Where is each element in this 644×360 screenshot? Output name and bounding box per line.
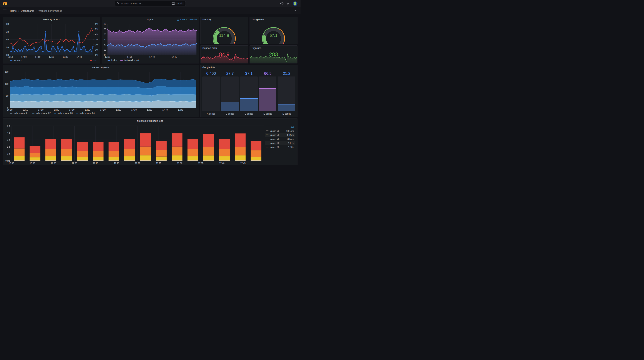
legend-avg-header[interactable]: avg (265, 125, 295, 129)
bar-gauge-label: C-series (240, 111, 258, 116)
svg-text:50: 50 (6, 95, 8, 97)
logins-chart[interactable]: 1020304050607017:3017:3517:4017:45 (102, 22, 199, 58)
panel-title[interactable]: client side full page load (3, 118, 297, 124)
panel-memory-cpu: Memory / CPU 0 B2 B4 B6 B8 B0%1%2%3%4%5%… (3, 17, 100, 64)
collapse-chevron-up-icon[interactable] (294, 9, 297, 12)
bar-gauge-value: 0.400 (202, 71, 220, 76)
svg-text:1 s: 1 s (7, 152, 10, 155)
bar-gauge-column[interactable]: 21.2E-series (278, 71, 295, 116)
server-requests-chart[interactable]: 05010015016:5016:5517:0017:0517:1017:151… (3, 70, 199, 111)
panel-title[interactable]: Memory / CPU (3, 17, 100, 22)
legend-item[interactable]: web_server_04 (76, 112, 95, 114)
legend-avg-value: 535 ms (287, 138, 294, 140)
legend-item[interactable]: logins (108, 59, 117, 61)
svg-text:17:00: 17:00 (21, 56, 27, 58)
google-hits-gauge (250, 22, 297, 44)
bar-gauge-column[interactable]: 66.5D-series (259, 71, 276, 116)
svg-text:30: 30 (104, 44, 106, 46)
top-navigation-bar: cmd+k ? (0, 0, 300, 7)
svg-text:2 B: 2 B (6, 46, 9, 48)
legend-item[interactable]: web_server_03 (54, 112, 73, 114)
search-input[interactable] (121, 2, 170, 5)
svg-text:4%: 4% (95, 33, 98, 36)
legend-item[interactable]: web_server_02 (32, 112, 51, 114)
svg-text:60: 60 (104, 28, 106, 30)
svg-text:50: 50 (104, 33, 106, 36)
legend-series-name: upper_50 (270, 134, 280, 136)
legend-item[interactable]: cpu (90, 59, 97, 61)
svg-text:3 s: 3 s (7, 138, 10, 141)
panel-client-load: client side full page load 0 ms1 s2 s3 s… (3, 118, 298, 165)
panel-google-hits-bars: Google hits 0.400A-series27.7B-series37.… (200, 65, 298, 117)
panel-memory-gauge: Memory 114 B (200, 17, 248, 44)
legend-series-name: upper_95 (270, 146, 280, 148)
shortcut-label: cmd+k (176, 2, 183, 5)
legend-swatch (266, 138, 268, 139)
menu-toggle-icon[interactable] (3, 9, 6, 13)
bar-gauge-column[interactable]: 27.7B-series (222, 71, 239, 116)
time-range-label: Last 20 minutes (180, 18, 197, 21)
clock-icon (177, 18, 180, 21)
bar-gauge-label: E-series (278, 111, 295, 116)
panel-title[interactable]: Memory (200, 17, 248, 22)
svg-text:5%: 5% (95, 28, 98, 30)
legend-row-upper_95[interactable]: upper_951.46 s (265, 145, 295, 149)
legend-item[interactable]: logins (-1 hour) (120, 59, 139, 61)
legend-row-upper_50[interactable]: upper_50142 ms (265, 133, 295, 137)
bar-gauge-label: A-series (202, 111, 220, 116)
legend-item[interactable]: memory (10, 59, 22, 61)
svg-text:20: 20 (104, 49, 106, 51)
search-box[interactable]: cmd+k (115, 1, 186, 6)
news-rss-icon[interactable] (286, 2, 290, 5)
legend-row-upper_25[interactable]: upper_256.81 ms (265, 129, 295, 133)
google-hits-bar-gauge: 0.400A-series27.7B-series37.1C-series66.… (200, 70, 297, 117)
svg-text:3%: 3% (95, 38, 98, 41)
svg-text:17:20: 17:20 (135, 162, 140, 164)
legend-row-upper_90[interactable]: upper_901.04 s (265, 141, 295, 145)
svg-text:100: 100 (5, 83, 8, 85)
client-load-legend-table: avgupper_256.81 msupper_50142 msupper_75… (265, 125, 295, 149)
legend-swatch (10, 60, 12, 60)
svg-text:150: 150 (5, 71, 8, 73)
legend-series-name: upper_25 (270, 130, 280, 132)
svg-text:?: ? (281, 3, 282, 4)
time-range-badge[interactable]: Last 20 minutes (177, 17, 197, 22)
panel-title[interactable]: Google hits (200, 65, 297, 70)
panel-title[interactable]: Google hits (250, 17, 297, 22)
legend-swatch (54, 113, 56, 114)
panel-title[interactable]: server requests (3, 65, 199, 70)
bar-gauge-column[interactable]: 0.400A-series (202, 71, 220, 116)
legend-row-upper_75[interactable]: upper_75535 ms (265, 137, 295, 141)
panel-server-requests: server requests 05010015016:5016:5517:00… (3, 65, 199, 117)
grafana-logo[interactable] (3, 2, 7, 6)
legend-swatch (76, 113, 78, 114)
bar-gauge-track (259, 76, 276, 111)
user-avatar[interactable] (293, 1, 298, 6)
svg-text:17:10: 17:10 (35, 56, 40, 58)
breadcrumb-home[interactable]: Home (10, 10, 17, 12)
svg-text:17:45: 17:45 (240, 162, 246, 164)
memory-cpu-chart[interactable]: 0 B2 B4 B6 B8 B0%1%2%3%4%5%6%16:5017:001… (3, 22, 100, 58)
breadcrumb-current-page: Website performance (38, 10, 62, 12)
legend-swatch (120, 60, 123, 60)
memory-gauge (200, 22, 248, 44)
breadcrumb-dashboards[interactable]: Dashboards (21, 10, 34, 12)
svg-text:17:25: 17:25 (156, 162, 162, 164)
client-load-chart[interactable]: 0 ms1 s2 s3 s4 s5 s16:5016:5517:0017:051… (3, 124, 265, 165)
svg-text:8 B: 8 B (6, 23, 9, 25)
legend-swatch (32, 113, 34, 114)
help-icon[interactable]: ? (280, 2, 284, 5)
bar-gauge-track (222, 76, 239, 111)
panel-title[interactable]: Sign ups (250, 46, 297, 50)
bar-gauge-value: 66.5 (259, 71, 276, 76)
svg-text:16:55: 16:55 (22, 109, 28, 111)
bar-gauge-column[interactable]: 37.1C-series (240, 71, 258, 116)
svg-text:17:10: 17:10 (69, 109, 74, 111)
panel-title[interactable]: Support calls (200, 46, 248, 50)
svg-text:70: 70 (104, 23, 106, 25)
memory-cpu-legend: memorycpu (3, 58, 100, 61)
legend-item[interactable]: web_server_01 (10, 112, 29, 114)
dashboard-grid: Memory / CPU 0 B2 B4 B6 B8 B0%1%2%3%4%5%… (0, 14, 300, 168)
svg-text:6 B: 6 B (6, 31, 9, 33)
svg-text:17:30: 17:30 (177, 162, 182, 164)
